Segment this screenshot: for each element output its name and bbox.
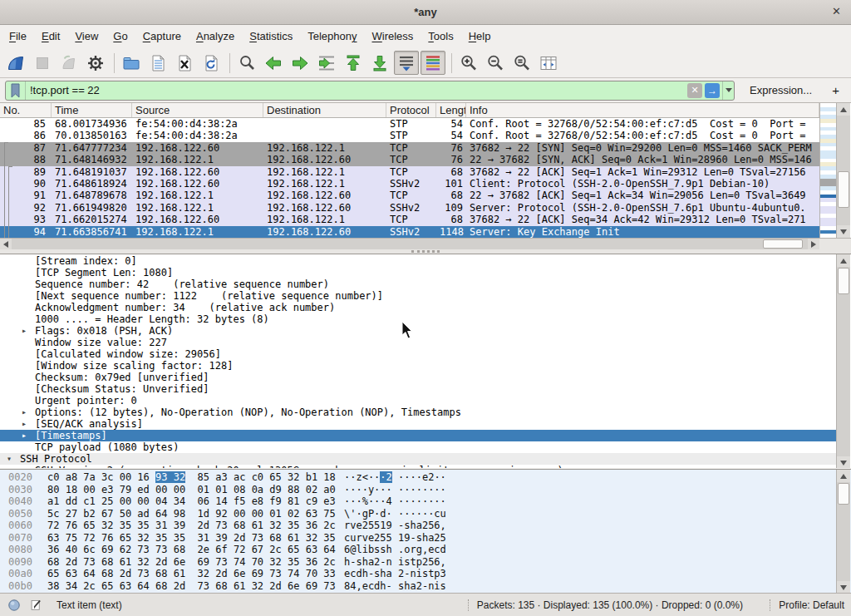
hex-row-0060[interactable]: 006072 76 65 32 35 35 31 39 2d 73 68 61 … xyxy=(0,520,836,532)
packet-row-92[interactable]: 9271.661949820192.168.122.1192.168.122.6… xyxy=(0,202,819,214)
packet-row-89[interactable]: 8971.648191037192.168.122.60192.168.122.… xyxy=(0,166,819,178)
collapse-arrow-icon[interactable]: ▾ xyxy=(7,453,12,465)
hex-row-0070[interactable]: 007063 75 72 76 65 32 35 35 31 39 2d 73 … xyxy=(0,532,836,545)
detail-line[interactable]: ▸[SEQ/ACK analysis] xyxy=(0,418,836,430)
packet-row-87[interactable]: 8771.647777234192.168.122.60192.168.122.… xyxy=(0,142,819,154)
intelligent-scrollbar[interactable] xyxy=(819,103,836,238)
hex-bytes[interactable]: 36 40 6c 69 62 73 73 68 2e 6f 72 67 2c 6… xyxy=(47,544,336,556)
detail-line[interactable]: ▸Options: (12 bytes), No-Operation (NOP)… xyxy=(0,407,836,418)
ascii-bytes[interactable]: ····y··· ········ xyxy=(344,484,446,496)
menu-help[interactable]: Help xyxy=(461,25,499,48)
detail-line[interactable]: Checksum: 0x79ed [unverified] xyxy=(0,372,836,383)
detail-line[interactable]: Sequence number: 42 (relative sequence n… xyxy=(0,278,836,290)
detail-line[interactable]: [Stream index: 0] xyxy=(0,255,836,267)
detail-line[interactable]: [Checksum Status: Unverified] xyxy=(0,383,836,395)
detail-line[interactable]: ▸Flags: 0x018 (PSH, ACK) xyxy=(0,325,836,337)
filter-history-caret[interactable] xyxy=(722,81,734,100)
go-next-packet-button[interactable] xyxy=(288,51,312,75)
menu-go[interactable]: Go xyxy=(106,25,135,48)
hex-bytes[interactable]: a1 dd c1 25 00 00 04 34 06 14 f5 e8 f9 8… xyxy=(47,495,336,508)
menu-view[interactable]: View xyxy=(67,25,106,48)
menu-statistics[interactable]: Statistics xyxy=(242,25,300,48)
scrollbar-thumb[interactable] xyxy=(838,268,849,294)
display-filter-input[interactable]: !tcp.port == 22 ✕ → xyxy=(5,81,735,101)
detail-line[interactable]: ▾SSH Protocol xyxy=(0,453,836,465)
detail-line[interactable]: [TCP Segment Len: 1080] xyxy=(0,267,836,278)
hex-bytes[interactable]: 38 34 2c 65 63 64 68 2d 73 68 61 32 2d 6… xyxy=(47,580,336,593)
hex-bytes[interactable]: 68 2d 73 68 61 32 2d 6e 69 73 74 70 32 3… xyxy=(47,556,336,569)
menu-tools[interactable]: Tools xyxy=(421,25,460,48)
menu-capture[interactable]: Capture xyxy=(135,25,189,48)
go-first-packet-button[interactable] xyxy=(341,51,366,75)
ascii-bytes[interactable]: 84,ecdh- sha2-nis xyxy=(344,580,446,593)
expression-button[interactable]: Expression... xyxy=(750,84,812,96)
capture-comment-icon[interactable] xyxy=(28,598,43,613)
colorize-packets-button[interactable] xyxy=(421,51,445,75)
scroll-down-icon[interactable] xyxy=(837,581,850,593)
ascii-bytes[interactable]: ··z<···2 ····e2·· xyxy=(344,471,446,484)
hex-row-0020[interactable]: 0020c0 a8 7a 3c 00 16 93 32 85 a3 ac c0 … xyxy=(0,471,836,484)
packet-list-hscrollbar[interactable] xyxy=(0,238,819,249)
ascii-bytes[interactable]: ···%···4 ········ xyxy=(344,495,446,508)
packet-row-85[interactable]: 8568.001734936fe:54:00:d4:38:2aSTP54Conf… xyxy=(0,118,819,130)
titlebar[interactable]: *any ✕ xyxy=(0,0,851,25)
scrollbar-thumb[interactable] xyxy=(838,171,849,208)
hex-row-00a0[interactable]: 00a065 63 64 68 2d 73 68 61 32 2d 6e 69 … xyxy=(0,568,836,580)
hex-row-00b0[interactable]: 00b038 34 2c 65 63 64 68 2d 73 68 61 32 … xyxy=(0,580,836,593)
zoom-original-size-button[interactable] xyxy=(509,51,534,75)
close-capture-file-button[interactable] xyxy=(172,51,197,75)
scroll-up-icon[interactable] xyxy=(837,103,850,116)
packet-row-90[interactable]: 9071.648618924192.168.122.60192.168.122.… xyxy=(0,178,819,190)
column-header-source[interactable]: Source xyxy=(132,103,263,117)
column-header-info[interactable]: Info xyxy=(466,103,819,117)
apply-filter-button[interactable]: → xyxy=(705,83,720,98)
bytes-vscrollbar[interactable] xyxy=(836,470,850,593)
scroll-down-icon[interactable] xyxy=(837,456,850,468)
packet-row-88[interactable]: 8871.648146932192.168.122.1192.168.122.6… xyxy=(0,154,819,165)
scroll-down-icon[interactable] xyxy=(837,225,850,238)
detail-line[interactable]: Acknowledgment number: 34 (relative ack … xyxy=(0,302,836,313)
expert-info-icon[interactable] xyxy=(7,598,22,613)
ascii-bytes[interactable]: h-sha2-n istp256, xyxy=(344,556,446,569)
detail-line[interactable]: [Next sequence number: 1122 (relative se… xyxy=(0,290,836,302)
open-capture-file-button[interactable] xyxy=(119,51,144,75)
hex-bytes[interactable]: 72 76 65 32 35 35 31 39 2d 73 68 61 32 3… xyxy=(47,520,336,532)
column-header-no[interactable]: No. xyxy=(0,103,52,117)
hex-row-0090[interactable]: 009068 2d 73 68 61 32 2d 6e 69 73 74 70 … xyxy=(0,556,836,569)
hex-bytes[interactable]: 63 75 72 76 65 32 35 35 31 39 2d 73 68 6… xyxy=(47,532,336,545)
detail-line[interactable]: [Window size scaling factor: 128] xyxy=(0,360,836,372)
filter-text[interactable]: !tcp.port == 22 xyxy=(26,84,687,96)
find-packet-button[interactable] xyxy=(234,51,259,75)
start-capture-button[interactable] xyxy=(3,51,28,75)
resize-columns-button[interactable] xyxy=(536,51,561,75)
column-header-time[interactable]: Time xyxy=(52,103,132,117)
go-to-packet-button[interactable] xyxy=(314,51,339,75)
menu-edit[interactable]: Edit xyxy=(34,25,67,48)
detail-line[interactable]: Window size value: 227 xyxy=(0,337,836,348)
scroll-right-icon[interactable] xyxy=(808,239,819,249)
detail-line[interactable]: [Calculated window size: 29056] xyxy=(0,348,836,360)
hex-bytes[interactable]: 80 18 00 e3 79 ed 00 00 01 01 08 0a d9 8… xyxy=(47,484,336,496)
save-capture-file-button[interactable] xyxy=(145,51,170,75)
expand-arrow-icon[interactable]: ▸ xyxy=(22,418,27,430)
scroll-up-icon[interactable] xyxy=(837,470,850,482)
menu-analyze[interactable]: Analyze xyxy=(189,25,242,48)
detail-line[interactable]: ▸[Timestamps] xyxy=(0,430,836,441)
scrollbar-thumb[interactable] xyxy=(838,483,849,505)
column-header-protocol[interactable]: Protocol xyxy=(386,103,436,117)
packet-row-94[interactable]: 9471.663856741192.168.122.1192.168.122.6… xyxy=(0,226,819,238)
hex-row-0030[interactable]: 003080 18 00 e3 79 ed 00 00 01 01 08 0a … xyxy=(0,484,836,496)
menu-file[interactable]: File xyxy=(2,25,34,48)
clear-filter-button[interactable]: ✕ xyxy=(687,83,702,98)
ascii-bytes[interactable]: curve255 19-sha25 xyxy=(344,532,446,545)
hex-bytes[interactable]: 5c 27 b2 67 50 ad 64 98 1d 92 00 00 01 0… xyxy=(47,508,336,520)
detail-vscrollbar[interactable] xyxy=(836,254,850,468)
packet-row-86[interactable]: 8670.013850163fe:54:00:d4:38:2aSTP54Conf… xyxy=(0,130,819,141)
expand-arrow-icon[interactable]: ▸ xyxy=(22,407,27,418)
filter-bookmark-icon[interactable] xyxy=(6,81,26,100)
detail-line[interactable]: 1000 .... = Header Length: 32 bytes (8) xyxy=(0,313,836,325)
expand-arrow-icon[interactable]: ▸ xyxy=(22,325,27,337)
menu-telephony[interactable]: Telephony xyxy=(300,25,364,48)
scroll-up-icon[interactable] xyxy=(837,254,850,267)
hex-row-0080[interactable]: 008036 40 6c 69 62 73 73 68 2e 6f 72 67 … xyxy=(0,544,836,556)
